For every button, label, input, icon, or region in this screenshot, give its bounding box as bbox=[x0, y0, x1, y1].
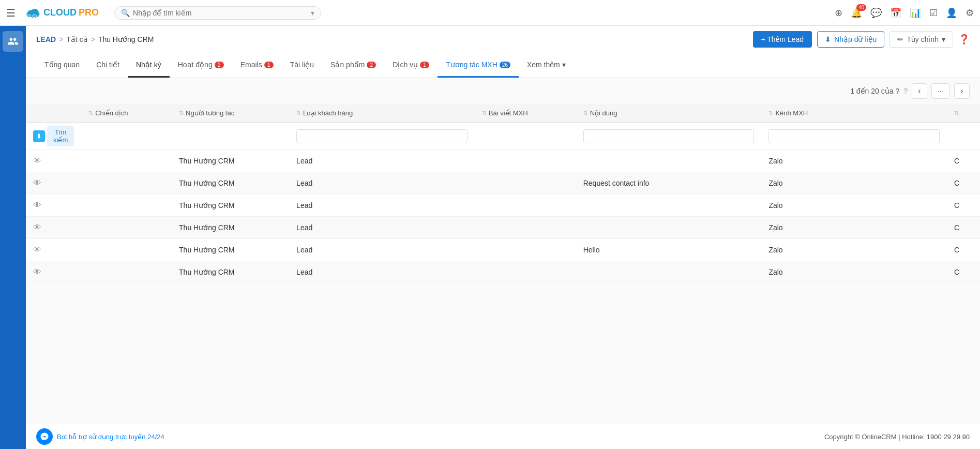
tab-chi-tiet[interactable]: Chi tiết bbox=[88, 53, 128, 78]
row-bai-viet bbox=[475, 261, 576, 283]
help-icon[interactable]: ❓ bbox=[958, 34, 970, 45]
row-nguoi-tuong-tac: Thu Hướng CRM bbox=[172, 150, 289, 172]
row-nguoi-tuong-tac: Thu Hướng CRM bbox=[172, 217, 289, 239]
filter-nguoi-tuong-tac bbox=[172, 123, 289, 150]
table-row: 👁 Thu Hướng CRM Lead Request contact inf… bbox=[26, 172, 980, 194]
tab-emails-badge: 1 bbox=[264, 62, 274, 68]
tab-nhat-ky[interactable]: Nhật ký bbox=[128, 53, 170, 78]
them-lead-button[interactable]: + Thêm Lead bbox=[753, 31, 812, 48]
tab-san-pham[interactable]: Sản phẩm 2 bbox=[322, 53, 384, 78]
filter-kenh[interactable] bbox=[761, 123, 947, 150]
notification-icon[interactable]: 🔔 40 bbox=[851, 7, 862, 19]
more-pages-button[interactable]: ··· bbox=[931, 83, 950, 99]
row-noi-dung: Request contact info bbox=[576, 172, 762, 194]
logo-pro-text: PRO bbox=[79, 7, 99, 18]
chart-icon[interactable]: 📊 bbox=[910, 7, 921, 19]
logo[interactable]: CLOUD CLOUDPRO bbox=[25, 5, 99, 21]
tuy-chinh-button[interactable]: ✏ Tùy chỉnh ▾ bbox=[889, 31, 953, 48]
row-kenh: Zalo bbox=[761, 150, 947, 172]
row-loai-kh: Lead bbox=[289, 150, 475, 172]
row-kenh: Zalo bbox=[761, 217, 947, 239]
tab-tong-quan[interactable]: Tổng quan bbox=[36, 53, 88, 78]
search-input[interactable] bbox=[133, 9, 308, 17]
row-extra: C bbox=[947, 150, 980, 172]
edit-icon: ✏ bbox=[897, 35, 903, 43]
search-bar[interactable]: 🔍 ▾ bbox=[114, 6, 321, 20]
col-chien-dich[interactable]: ⇅ Chiến dịch bbox=[81, 104, 172, 123]
sort-icon: ⇅ bbox=[88, 110, 93, 116]
calendar-icon[interactable]: 📅 bbox=[890, 7, 901, 19]
col-extra[interactable]: ⇅ bbox=[947, 104, 980, 123]
tab-dich-vu[interactable]: Dịch vụ 1 bbox=[384, 53, 438, 78]
col-kenh[interactable]: ⇅ Kênh MXH bbox=[761, 104, 947, 123]
tab-tai-lieu[interactable]: Tài liệu bbox=[282, 53, 322, 78]
breadcrumb-sep1: > bbox=[59, 35, 63, 43]
filter-chien-dich bbox=[81, 123, 172, 150]
row-chien-dich bbox=[81, 217, 172, 239]
breadcrumb-lead[interactable]: LEAD bbox=[36, 35, 56, 43]
col-bai-viet[interactable]: ⇅ Bài viết MXH bbox=[475, 104, 576, 123]
eye-icon[interactable]: 👁 bbox=[33, 223, 41, 232]
chat-icon[interactable]: 💬 bbox=[870, 7, 882, 19]
row-noi-dung bbox=[576, 194, 762, 217]
row-nguoi-tuong-tac: Thu Hướng CRM bbox=[172, 261, 289, 283]
row-nguoi-tuong-tac: Thu Hướng CRM bbox=[172, 172, 289, 194]
user-icon[interactable]: 👤 bbox=[946, 7, 957, 19]
eye-icon[interactable]: 👁 bbox=[33, 178, 41, 187]
kenh-filter-input[interactable] bbox=[768, 129, 940, 143]
row-eye-cell: 👁 bbox=[26, 261, 81, 283]
sidebar-icon-users[interactable] bbox=[3, 31, 23, 52]
breadcrumb-all[interactable]: Tất cả bbox=[66, 35, 87, 43]
tab-xem-them[interactable]: Xem thêm ▾ bbox=[519, 53, 574, 78]
col-nguoi-tuong-tac[interactable]: ⇅ Người tương tác bbox=[172, 104, 289, 123]
tab-tuong-tac-mxh[interactable]: Tương tác MXH 26 bbox=[438, 53, 519, 78]
filter-loai-kh[interactable] bbox=[289, 123, 475, 150]
breadcrumb-actions: + Thêm Lead ⬇ Nhập dữ liệu ✏ Tùy chỉnh ▾… bbox=[753, 31, 970, 48]
row-eye-cell: 👁 bbox=[26, 217, 81, 239]
breadcrumb-current: Thu Hướng CRM bbox=[98, 35, 154, 43]
row-eye-cell: 👁 bbox=[26, 194, 81, 217]
noi-dung-filter-input[interactable] bbox=[583, 129, 755, 143]
prev-page-button[interactable]: ‹ bbox=[912, 83, 927, 99]
row-bai-viet bbox=[475, 217, 576, 239]
search-icon: 🔍 bbox=[121, 9, 130, 17]
row-eye-cell: 👁 bbox=[26, 172, 81, 194]
clear-filter-button[interactable]: ⬇ bbox=[33, 130, 45, 142]
row-bai-viet bbox=[475, 172, 576, 194]
tab-hoat-dong[interactable]: Hoạt động 2 bbox=[170, 53, 232, 78]
content-area: 1 đến 20 của ? ? ‹ ··· › ⇅ Chi bbox=[26, 78, 980, 424]
row-extra: C bbox=[947, 217, 980, 239]
loai-kh-filter-input[interactable] bbox=[296, 129, 468, 143]
eye-icon[interactable]: 👁 bbox=[33, 201, 41, 209]
filter-noi-dung[interactable] bbox=[576, 123, 762, 150]
download-icon: ⬇ bbox=[825, 35, 831, 43]
row-nguoi-tuong-tac: Thu Hướng CRM bbox=[172, 239, 289, 261]
row-loai-kh: Lead bbox=[289, 194, 475, 217]
tab-san-pham-badge: 2 bbox=[367, 62, 376, 68]
row-noi-dung bbox=[576, 217, 762, 239]
tab-emails[interactable]: Emails 1 bbox=[232, 53, 282, 78]
col-loai-kh[interactable]: ⇅ Loại khách hàng bbox=[289, 104, 475, 123]
row-extra: C bbox=[947, 239, 980, 261]
chat-support[interactable]: Bot hỗ trợ sử dụng trực tuyến 24/24 bbox=[36, 428, 164, 445]
row-loai-kh: Lead bbox=[289, 217, 475, 239]
add-icon[interactable]: ⊕ bbox=[835, 7, 842, 19]
next-page-button[interactable]: › bbox=[954, 83, 970, 99]
row-nguoi-tuong-tac: Thu Hướng CRM bbox=[172, 194, 289, 217]
table-container: ⇅ Chiến dịch ⇅ Người tương tác bbox=[26, 104, 980, 283]
eye-icon[interactable]: 👁 bbox=[33, 156, 41, 165]
settings-icon[interactable]: ⚙ bbox=[966, 7, 974, 19]
nhap-du-lieu-button[interactable]: ⬇ Nhập dữ liệu bbox=[817, 31, 884, 48]
col-noi-dung[interactable]: ⇅ Nội dung bbox=[576, 104, 762, 123]
checkbox-icon[interactable]: ☑ bbox=[929, 7, 938, 19]
table-row: 👁 Thu Hướng CRM Lead Zalo C bbox=[26, 261, 980, 283]
eye-icon[interactable]: 👁 bbox=[33, 267, 41, 276]
chevron-down-icon: ▾ bbox=[311, 9, 314, 17]
search-filter-button[interactable]: Tìm kiếm bbox=[47, 126, 74, 146]
sort-icon: ⇅ bbox=[583, 110, 588, 116]
eye-icon[interactable]: 👁 bbox=[33, 245, 41, 254]
breadcrumb-sep2: > bbox=[91, 35, 95, 43]
hamburger-menu[interactable]: ☰ bbox=[6, 7, 16, 19]
row-noi-dung bbox=[576, 261, 762, 283]
chevron-down-icon: ▾ bbox=[562, 61, 566, 69]
